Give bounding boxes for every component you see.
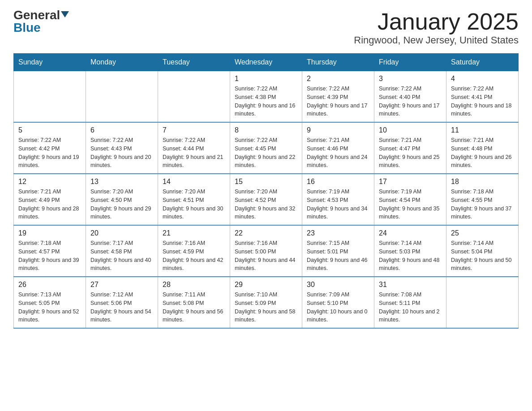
day-info: Sunrise: 7:22 AM Sunset: 4:40 PM Dayligh…: [379, 85, 442, 118]
day-number: 9: [307, 126, 369, 134]
day-info: Sunrise: 7:21 AM Sunset: 4:47 PM Dayligh…: [379, 136, 442, 170]
calendar-cell: 31Sunrise: 7:08 AM Sunset: 5:11 PM Dayli…: [374, 277, 446, 328]
day-number: 25: [451, 229, 514, 237]
calendar-week-row: 12Sunrise: 7:21 AM Sunset: 4:49 PM Dayli…: [14, 174, 519, 225]
calendar-cell: 22Sunrise: 7:16 AM Sunset: 5:00 PM Dayli…: [230, 225, 302, 277]
day-info: Sunrise: 7:18 AM Sunset: 4:55 PM Dayligh…: [451, 188, 514, 221]
page-subtitle: Ringwood, New Jersey, United States: [354, 34, 519, 46]
calendar-header-row: Sunday Monday Tuesday Wednesday Thursday…: [14, 54, 519, 71]
header-sunday: Sunday: [14, 54, 86, 71]
day-info: Sunrise: 7:22 AM Sunset: 4:39 PM Dayligh…: [307, 85, 369, 118]
day-info: Sunrise: 7:20 AM Sunset: 4:51 PM Dayligh…: [163, 188, 225, 221]
logo-general-text: General: [13, 9, 60, 21]
day-number: 22: [235, 229, 297, 237]
day-number: 8: [235, 126, 297, 134]
calendar-cell: 25Sunrise: 7:14 AM Sunset: 5:04 PM Dayli…: [446, 225, 519, 277]
calendar: Sunday Monday Tuesday Wednesday Thursday…: [13, 53, 519, 329]
calendar-cell: 2Sunrise: 7:22 AM Sunset: 4:39 PM Daylig…: [302, 71, 374, 123]
calendar-cell: 21Sunrise: 7:16 AM Sunset: 4:59 PM Dayli…: [158, 225, 230, 277]
day-number: 3: [379, 75, 442, 83]
calendar-cell: [158, 71, 230, 123]
day-info: Sunrise: 7:21 AM Sunset: 4:49 PM Dayligh…: [18, 188, 81, 221]
day-number: 20: [90, 229, 153, 237]
day-info: Sunrise: 7:16 AM Sunset: 5:00 PM Dayligh…: [235, 239, 297, 273]
calendar-cell: 16Sunrise: 7:19 AM Sunset: 4:53 PM Dayli…: [302, 174, 374, 225]
calendar-cell: 7Sunrise: 7:22 AM Sunset: 4:44 PM Daylig…: [158, 122, 230, 174]
calendar-cell: [446, 277, 519, 328]
day-number: 6: [90, 126, 153, 134]
day-info: Sunrise: 7:08 AM Sunset: 5:11 PM Dayligh…: [379, 291, 442, 324]
day-number: 23: [307, 229, 369, 237]
day-number: 11: [451, 126, 514, 134]
calendar-cell: 24Sunrise: 7:14 AM Sunset: 5:03 PM Dayli…: [374, 225, 446, 277]
calendar-cell: 26Sunrise: 7:13 AM Sunset: 5:05 PM Dayli…: [14, 277, 86, 328]
calendar-cell: 15Sunrise: 7:20 AM Sunset: 4:52 PM Dayli…: [230, 174, 302, 225]
day-number: 1: [235, 75, 297, 83]
calendar-cell: 11Sunrise: 7:21 AM Sunset: 4:48 PM Dayli…: [446, 122, 519, 174]
day-info: Sunrise: 7:21 AM Sunset: 4:46 PM Dayligh…: [307, 136, 369, 170]
day-number: 31: [379, 281, 442, 289]
header-tuesday: Tuesday: [158, 54, 230, 71]
day-info: Sunrise: 7:18 AM Sunset: 4:57 PM Dayligh…: [18, 239, 81, 273]
logo-triangle-icon: [61, 11, 69, 17]
calendar-cell: 9Sunrise: 7:21 AM Sunset: 4:46 PM Daylig…: [302, 122, 374, 174]
day-number: 28: [163, 281, 225, 289]
day-info: Sunrise: 7:14 AM Sunset: 5:03 PM Dayligh…: [379, 239, 442, 273]
calendar-cell: 4Sunrise: 7:22 AM Sunset: 4:41 PM Daylig…: [446, 71, 519, 123]
day-info: Sunrise: 7:19 AM Sunset: 4:53 PM Dayligh…: [307, 188, 369, 221]
calendar-cell: 14Sunrise: 7:20 AM Sunset: 4:51 PM Dayli…: [158, 174, 230, 225]
calendar-cell: 30Sunrise: 7:09 AM Sunset: 5:10 PM Dayli…: [302, 277, 374, 328]
day-info: Sunrise: 7:22 AM Sunset: 4:44 PM Dayligh…: [163, 136, 225, 170]
day-number: 16: [307, 178, 369, 186]
day-number: 26: [18, 281, 81, 289]
day-info: Sunrise: 7:12 AM Sunset: 5:06 PM Dayligh…: [90, 291, 153, 324]
calendar-cell: 29Sunrise: 7:10 AM Sunset: 5:09 PM Dayli…: [230, 277, 302, 328]
logo: General Blue: [13, 9, 69, 34]
day-info: Sunrise: 7:10 AM Sunset: 5:09 PM Dayligh…: [235, 291, 297, 324]
calendar-cell: 12Sunrise: 7:21 AM Sunset: 4:49 PM Dayli…: [14, 174, 86, 225]
header-friday: Friday: [374, 54, 446, 71]
day-number: 17: [379, 178, 442, 186]
day-info: Sunrise: 7:19 AM Sunset: 4:54 PM Dayligh…: [379, 188, 442, 221]
svg-marker-0: [61, 11, 69, 17]
calendar-cell: 19Sunrise: 7:18 AM Sunset: 4:57 PM Dayli…: [14, 225, 86, 277]
day-info: Sunrise: 7:16 AM Sunset: 4:59 PM Dayligh…: [163, 239, 225, 273]
day-number: 7: [163, 126, 225, 134]
calendar-cell: 20Sunrise: 7:17 AM Sunset: 4:58 PM Dayli…: [86, 225, 158, 277]
day-info: Sunrise: 7:09 AM Sunset: 5:10 PM Dayligh…: [307, 291, 369, 324]
header-saturday: Saturday: [446, 54, 519, 71]
day-info: Sunrise: 7:22 AM Sunset: 4:45 PM Dayligh…: [235, 136, 297, 170]
header-wednesday: Wednesday: [230, 54, 302, 71]
day-number: 15: [235, 178, 297, 186]
day-number: 29: [235, 281, 297, 289]
calendar-cell: 13Sunrise: 7:20 AM Sunset: 4:50 PM Dayli…: [86, 174, 158, 225]
day-info: Sunrise: 7:20 AM Sunset: 4:50 PM Dayligh…: [90, 188, 153, 221]
calendar-week-row: 1Sunrise: 7:22 AM Sunset: 4:38 PM Daylig…: [14, 71, 519, 123]
day-number: 13: [90, 178, 153, 186]
header-monday: Monday: [86, 54, 158, 71]
logo-blue-text: Blue: [13, 21, 41, 34]
calendar-week-row: 5Sunrise: 7:22 AM Sunset: 4:42 PM Daylig…: [14, 122, 519, 174]
calendar-cell: [14, 71, 86, 123]
header-thursday: Thursday: [302, 54, 374, 71]
calendar-cell: 5Sunrise: 7:22 AM Sunset: 4:42 PM Daylig…: [14, 122, 86, 174]
calendar-cell: 1Sunrise: 7:22 AM Sunset: 4:38 PM Daylig…: [230, 71, 302, 123]
day-info: Sunrise: 7:11 AM Sunset: 5:08 PM Dayligh…: [163, 291, 225, 324]
day-info: Sunrise: 7:22 AM Sunset: 4:42 PM Dayligh…: [18, 136, 81, 170]
day-number: 27: [90, 281, 153, 289]
day-number: 14: [163, 178, 225, 186]
day-info: Sunrise: 7:21 AM Sunset: 4:48 PM Dayligh…: [451, 136, 514, 170]
calendar-week-row: 26Sunrise: 7:13 AM Sunset: 5:05 PM Dayli…: [14, 277, 519, 328]
day-number: 2: [307, 75, 369, 83]
day-info: Sunrise: 7:17 AM Sunset: 4:58 PM Dayligh…: [90, 239, 153, 273]
day-number: 5: [18, 126, 81, 134]
calendar-cell: 23Sunrise: 7:15 AM Sunset: 5:01 PM Dayli…: [302, 225, 374, 277]
calendar-cell: 8Sunrise: 7:22 AM Sunset: 4:45 PM Daylig…: [230, 122, 302, 174]
day-number: 4: [451, 75, 514, 83]
calendar-cell: 6Sunrise: 7:22 AM Sunset: 4:43 PM Daylig…: [86, 122, 158, 174]
day-number: 21: [163, 229, 225, 237]
title-area: January 2025 Ringwood, New Jersey, Unite…: [354, 9, 519, 46]
calendar-body: 1Sunrise: 7:22 AM Sunset: 4:38 PM Daylig…: [14, 71, 519, 329]
day-info: Sunrise: 7:22 AM Sunset: 4:41 PM Dayligh…: [451, 85, 514, 118]
day-number: 24: [379, 229, 442, 237]
